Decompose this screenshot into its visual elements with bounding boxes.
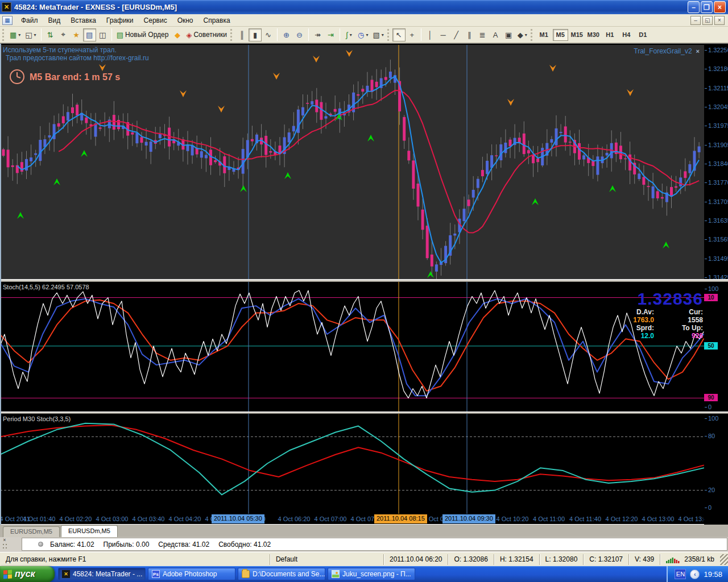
- period-stoch-scale-label: 20: [708, 487, 715, 494]
- language-indicator[interactable]: EN: [675, 569, 686, 579]
- new-chart-icon: ▦: [10, 31, 16, 39]
- toolbar-grip[interactable]: [387, 29, 390, 41]
- menu-item-5[interactable]: Окно: [172, 15, 198, 26]
- timeframe-m30-button[interactable]: M30: [586, 29, 601, 41]
- time-highlight-marker[interactable]: 2011.10.04 08:15: [374, 514, 427, 523]
- crosshair-target-button[interactable]: ⌖: [57, 28, 70, 41]
- minimize-button[interactable]: –: [688, 1, 700, 13]
- menu-item-0[interactable]: Файл: [16, 15, 43, 26]
- tab-eurusdm-m5-2[interactable]: EURUSDm,M5: [61, 525, 118, 537]
- period-stoch-scale-label: 0: [708, 504, 712, 512]
- taskbar-item-image-viewer[interactable]: Juku_screen.png - П...: [328, 568, 415, 580]
- new-chart-button[interactable]: ▦▾: [7, 28, 23, 41]
- toolbar-grip[interactable]: [2, 29, 5, 41]
- buy-arrow-icon: [532, 198, 539, 205]
- status-open: O: 1.32086: [448, 554, 493, 565]
- period-stoch-canvas[interactable]: [0, 414, 704, 514]
- fibonacci-button[interactable]: ≣: [476, 28, 489, 41]
- trendline-button[interactable]: ╱: [450, 28, 463, 41]
- alert-button[interactable]: ◆: [171, 28, 184, 41]
- toolbar-grip[interactable]: [230, 29, 233, 41]
- timeframe-d1-button[interactable]: D1: [635, 29, 651, 41]
- time-axis-label: 4 Oct 13:00: [642, 516, 675, 522]
- text-label-button[interactable]: ▣: [502, 28, 515, 41]
- window-layout-button[interactable]: ◱▾: [23, 28, 38, 41]
- expert-advisors-icon: ◈: [186, 31, 192, 39]
- buy-arrow-icon: [663, 242, 669, 248]
- menu-item-1[interactable]: Вид: [43, 15, 66, 26]
- chevron-down-icon: ▾: [350, 32, 352, 38]
- buy-arrow-icon: [284, 172, 291, 179]
- time-axis-label: 4 Oct 13:40: [679, 516, 704, 522]
- maximize-button[interactable]: ❐: [701, 1, 713, 13]
- chart-candles-button[interactable]: ▮: [249, 28, 262, 41]
- menu-item-3[interactable]: Графики: [101, 15, 139, 26]
- terminal-grip[interactable]: [3, 544, 7, 548]
- auto-scroll-button[interactable]: ↠: [311, 28, 324, 41]
- toolbar-grip[interactable]: [531, 29, 533, 41]
- terminal-close-icon[interactable]: ×: [0, 537, 9, 543]
- taskbar-item-photoshop[interactable]: Ps Adobe Photoshop: [148, 568, 235, 580]
- timeframe-m5-button[interactable]: M5: [553, 29, 568, 41]
- stochastic-canvas[interactable]: [0, 282, 704, 411]
- taskbar-item-metatrader[interactable]: ✕ 45824: MetaTrader - ...: [58, 568, 146, 580]
- status-profile[interactable]: Default: [270, 554, 383, 565]
- status-help-text: Для справки, нажмите F1: [0, 554, 270, 565]
- main-chart-window[interactable]: Используем 5-ти ступенчатый трал. Трал п…: [0, 45, 704, 279]
- zoom-out-button[interactable]: ⊖: [293, 28, 306, 41]
- templates-button[interactable]: ▧▾: [370, 28, 386, 41]
- tab-eurusdm-m5-1[interactable]: EURUSDm,M5: [3, 526, 60, 537]
- horizontal-line-button[interactable]: ─: [437, 28, 450, 41]
- status-high: H: 1.32154: [494, 554, 539, 565]
- arrows-tool-button[interactable]: ◆▾: [515, 28, 530, 41]
- periods-button[interactable]: ◷▾: [355, 28, 370, 41]
- cur-label: Cur:: [654, 308, 703, 316]
- expert-advisors-button[interactable]: ◈Советники: [184, 28, 229, 41]
- close-button[interactable]: ×: [714, 1, 726, 13]
- tray-chevron-icon[interactable]: ‹: [690, 569, 700, 579]
- resize-grip[interactable]: [720, 554, 728, 565]
- status-bar-time: 2011.10.04 06:20: [383, 554, 448, 565]
- zoom-in-button[interactable]: ⊕: [280, 28, 293, 41]
- start-button[interactable]: пуск: [0, 566, 55, 582]
- favorites-button[interactable]: ★: [70, 28, 83, 41]
- timeframe-m1-button[interactable]: M1: [536, 29, 552, 41]
- trendline-icon: ╱: [454, 31, 458, 39]
- menu-item-2[interactable]: Вставка: [65, 15, 101, 26]
- window-splitter[interactable]: [0, 279, 728, 282]
- stochastic-window[interactable]: Stoch(14,5,5) 62.2495 57.0578 1.32836 D.…: [0, 282, 704, 411]
- indicators-list-button[interactable]: ∫▾: [342, 28, 355, 41]
- taskbar-item-explorer[interactable]: D:\Documents and Se...: [238, 568, 325, 580]
- window-splitter[interactable]: [0, 411, 728, 414]
- equidistant-channel-button[interactable]: ∥: [463, 28, 476, 41]
- refresh-button[interactable]: ⇅: [44, 28, 57, 41]
- new-order-button[interactable]: ▤Новый Ордер: [114, 28, 171, 41]
- timeframe-m15-button[interactable]: M15: [569, 29, 585, 41]
- level-badge: 90: [704, 394, 718, 401]
- chart-line-button[interactable]: ∿: [262, 28, 275, 41]
- time-highlight-marker[interactable]: 2011.10.04 05:30: [212, 514, 264, 523]
- text-button[interactable]: A: [489, 28, 502, 41]
- time-axis-label: 4 Oct 11:40: [569, 516, 601, 522]
- crosshair-button[interactable]: +: [406, 28, 419, 41]
- time-highlight-marker[interactable]: 2011.10.04 09:30: [442, 514, 495, 523]
- timeframe-h1-button[interactable]: H1: [602, 29, 618, 41]
- timeframe-h4-button[interactable]: H4: [619, 29, 634, 41]
- menu-item-6[interactable]: Справка: [198, 15, 235, 26]
- period-stoch-window[interactable]: Period M30 Stoch(3,3,5): [0, 414, 704, 514]
- period-stoch-label: Period M30 Stoch(3,3,5): [3, 415, 71, 422]
- menu-item-4[interactable]: Сервис: [139, 15, 172, 26]
- chart-bars-button[interactable]: ║: [235, 28, 249, 41]
- cursor-button[interactable]: ↖: [392, 28, 406, 41]
- mdi-close-button[interactable]: ×: [714, 16, 725, 25]
- buy-arrow-icon: [609, 185, 616, 192]
- vertical-line-button[interactable]: │: [424, 28, 437, 41]
- new-order-icon: ▤: [117, 31, 123, 39]
- mdi-restore-button[interactable]: ◱: [702, 16, 713, 25]
- chart-shift-button[interactable]: ⇥: [324, 28, 337, 41]
- data-window-button[interactable]: ◫: [96, 28, 109, 41]
- indicator-close-icon[interactable]: ×: [696, 48, 700, 55]
- navigator-panel-button[interactable]: ▤: [83, 28, 96, 41]
- mdi-minimize-button[interactable]: –: [690, 16, 701, 25]
- sell-arrow-icon: [218, 106, 225, 113]
